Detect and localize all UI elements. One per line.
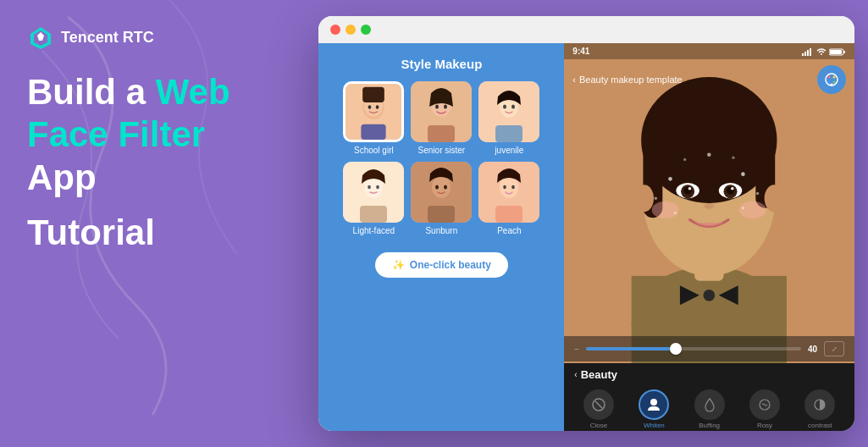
one-click-beauty-button[interactable]: ✨ One-click beauty: [375, 252, 508, 278]
logo-area: Tencent RTC: [27, 24, 291, 51]
svg-point-30: [432, 176, 451, 198]
headline-line1: Build a Web: [27, 71, 291, 113]
svg-point-31: [435, 185, 439, 190]
style-item-lightfaced[interactable]: Light-faced: [343, 162, 404, 235]
svg-rect-9: [362, 124, 386, 140]
svg-point-48: [828, 76, 831, 79]
headline: Build a Web Face Filter App: [27, 71, 291, 199]
beauty-bar-title: Beauty: [581, 368, 617, 381]
wifi-icon: [816, 47, 827, 56]
status-bar: 9:41: [564, 43, 854, 59]
svg-rect-45: [830, 50, 842, 54]
svg-point-79: [741, 172, 745, 176]
whiten-beauty-icon: [639, 389, 669, 420]
svg-point-32: [444, 185, 447, 190]
headline-line2: Face Filter: [27, 113, 291, 156]
beauty-icon-close[interactable]: Close: [583, 389, 614, 429]
svg-rect-6: [363, 87, 385, 102]
portrait-juvenile: [478, 81, 539, 142]
style-label-lightfaced: Light-faced: [353, 226, 395, 235]
svg-point-7: [368, 105, 372, 109]
svg-point-66: [765, 185, 784, 212]
close-beauty-icon: [583, 389, 614, 420]
svg-point-52: [831, 84, 833, 86]
svg-point-25: [368, 185, 372, 190]
style-item-senior[interactable]: Senior sister: [411, 81, 472, 155]
style-makeup-title: Style Makeup: [401, 57, 482, 71]
svg-rect-15: [428, 125, 455, 142]
rosy-icon: [757, 397, 772, 412]
buffing-beauty-label: Buffing: [699, 422, 720, 429]
svg-point-81: [756, 192, 759, 195]
svg-point-89: [650, 399, 657, 406]
svg-point-49: [833, 76, 836, 79]
style-thumb-lightfaced: [343, 162, 404, 223]
wand-icon: ✨: [392, 259, 405, 271]
beauty-icon-rosy[interactable]: Rosy: [749, 389, 780, 429]
headline-prefix: Build a: [27, 72, 156, 112]
buffing-beauty-icon: [694, 389, 725, 420]
style-item-peach[interactable]: Peach: [478, 162, 539, 235]
svg-point-83: [683, 158, 686, 161]
portrait-schoolgirl: [346, 84, 401, 140]
portrait-lightfaced: [343, 162, 404, 223]
svg-point-37: [504, 185, 507, 190]
no-filter-icon: [591, 397, 606, 412]
beauty-icon-whiten[interactable]: Whiten: [639, 389, 669, 429]
palette-button[interactable]: [817, 65, 846, 94]
beauty-icon-contrast[interactable]: contrast: [804, 389, 835, 429]
svg-rect-46: [843, 51, 845, 53]
svg-point-65: [634, 185, 654, 212]
svg-point-77: [739, 201, 766, 219]
portrait-sunburn: [411, 162, 472, 223]
portrait-peach: [478, 162, 539, 223]
svg-point-36: [500, 176, 518, 198]
style-grid: School girl: [343, 81, 539, 235]
svg-rect-39: [495, 206, 522, 223]
style-item-schoolgirl[interactable]: School girl: [343, 81, 404, 155]
svg-point-80: [655, 197, 657, 200]
svg-rect-33: [428, 206, 455, 223]
logo-text: Tencent RTC: [61, 29, 154, 47]
beauty-icons-row: Close Whiten: [564, 386, 854, 431]
svg-rect-27: [360, 206, 387, 223]
back-beauty-chevron-icon: ‹: [574, 370, 577, 379]
style-label-peach: Peach: [497, 226, 521, 235]
slider-track[interactable]: [586, 347, 801, 350]
style-label-juvenile: juvenile: [495, 146, 523, 155]
svg-point-13: [435, 105, 439, 109]
slider-area: − 40 ⤢: [564, 336, 854, 361]
style-makeup-panel: Style Makeup: [318, 43, 564, 431]
style-thumb-peach: [478, 162, 539, 223]
svg-point-26: [377, 185, 380, 190]
slider-value: 40: [808, 345, 817, 354]
svg-point-51: [828, 81, 831, 84]
svg-point-78: [669, 177, 673, 181]
svg-point-64: [644, 86, 776, 183]
style-thumb-schoolgirl: [343, 81, 404, 142]
svg-rect-41: [804, 52, 806, 56]
svg-line-88: [595, 401, 602, 408]
headline-line3: App: [27, 157, 291, 199]
style-label-schoolgirl: School girl: [354, 146, 394, 155]
svg-point-20: [511, 105, 515, 109]
slider-expand-icon[interactable]: ⤢: [824, 341, 844, 356]
slider-thumb[interactable]: [670, 343, 682, 355]
svg-point-74: [731, 187, 733, 190]
maximize-dot: [361, 25, 371, 35]
slider-fill: [586, 347, 672, 350]
back-button[interactable]: ‹ Beauty makeup template: [572, 74, 682, 85]
svg-point-85: [674, 212, 677, 214]
style-thumb-juvenile: [478, 81, 539, 142]
svg-point-73: [688, 187, 691, 190]
status-icons: [802, 47, 846, 56]
nav-bar: ‹ Beauty makeup template: [564, 60, 854, 99]
svg-point-75: [705, 203, 714, 209]
one-click-btn-label: One-click beauty: [410, 259, 491, 271]
beauty-icon-buffing[interactable]: Buffing: [694, 389, 725, 429]
style-item-juvenile[interactable]: juvenile: [478, 81, 539, 155]
svg-point-82: [707, 152, 711, 157]
style-item-sunburn[interactable]: Sunburn: [411, 162, 472, 235]
style-label-sunburn: Sunburn: [425, 226, 457, 235]
rosy-beauty-icon: [749, 389, 780, 420]
